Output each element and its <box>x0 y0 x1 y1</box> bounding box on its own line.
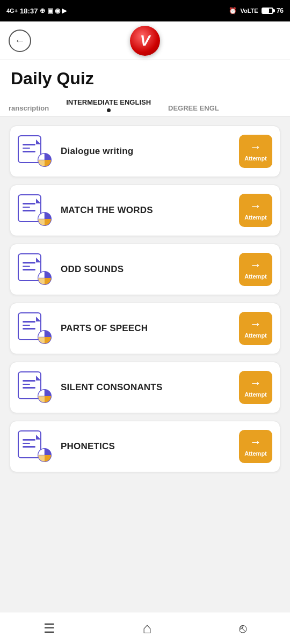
attempt-button-dialogue[interactable]: → Attempt <box>239 135 272 168</box>
attempt-label-phonetics: Attempt <box>244 450 267 457</box>
quiz-card-odd: ODD SOUNDS → Attempt <box>10 244 280 295</box>
arrow-icon-odd: → <box>250 259 262 271</box>
quiz-icon-silent <box>18 371 52 404</box>
battery-level: 76 <box>277 7 284 14</box>
pie-chart-icon <box>37 389 52 404</box>
quiz-icon-parts <box>18 312 52 345</box>
pie-chart-icon <box>37 448 52 463</box>
attempt-button-phonetics[interactable]: → Attempt <box>239 430 272 463</box>
arrow-icon-phonetics: → <box>250 436 262 448</box>
home-button[interactable]: ⌂ <box>143 620 152 637</box>
bottom-nav: ☰ ⌂ ⎋ <box>0 612 290 644</box>
attempt-label-parts: Attempt <box>244 332 267 339</box>
quiz-list: Dialogue writing → Attempt <box>0 117 290 612</box>
quiz-icon-dialogue <box>18 135 52 167</box>
tab-degree[interactable]: DEGREE ENGL <box>160 101 228 116</box>
arrow-icon-dialogue: → <box>250 141 262 153</box>
quiz-icon-phonetics <box>18 430 52 463</box>
attempt-label-silent: Attempt <box>244 391 267 398</box>
page-title: Daily Quiz <box>11 69 279 89</box>
signal-icon: 4G+ <box>6 8 18 14</box>
app-header: ← V <box>0 21 290 60</box>
attempt-label-dialogue: Attempt <box>244 155 267 162</box>
battery-icon <box>262 8 273 14</box>
pie-chart-icon <box>37 152 52 167</box>
arrow-icon-parts: → <box>250 318 262 330</box>
attempt-button-silent[interactable]: → Attempt <box>239 371 272 404</box>
page-title-section: Daily Quiz <box>0 60 290 93</box>
attempt-button-match[interactable]: → Attempt <box>239 194 272 227</box>
quiz-label-silent: SILENT CONSONANTS <box>61 382 230 393</box>
quiz-card-match: MATCH THE WORDS → Attempt <box>10 185 280 236</box>
quiz-card-parts: PARTS OF SPEECH → Attempt <box>10 303 280 354</box>
pie-chart-icon <box>37 330 52 345</box>
quiz-label-phonetics: PHONETICS <box>61 441 230 452</box>
network-type: VoLTE <box>240 8 258 14</box>
pie-chart-icon <box>37 270 52 286</box>
quiz-label-parts: PARTS OF SPEECH <box>61 323 230 334</box>
status-left: 4G+ 18:37 ⊕ ▣ ◉ ▶ <box>6 7 67 15</box>
pie-chart-icon <box>37 211 52 226</box>
attempt-button-odd[interactable]: → Attempt <box>239 253 272 286</box>
extra-icons: ⊕ ▣ ◉ ▶ <box>40 7 67 14</box>
quiz-icon-odd <box>18 253 52 286</box>
alarm-icon: ⏰ <box>229 7 237 14</box>
quiz-label-dialogue: Dialogue writing <box>61 146 230 157</box>
app-logo: V <box>130 26 160 56</box>
quiz-card-dialogue: Dialogue writing → Attempt <box>10 126 280 177</box>
tab-degree-label: DEGREE ENGL <box>168 104 219 112</box>
tab-transcription[interactable]: ranscription <box>0 101 57 116</box>
attempt-label-match: Attempt <box>244 214 267 221</box>
back-nav-button[interactable]: ⎋ <box>239 621 247 636</box>
status-bar: 4G+ 18:37 ⊕ ▣ ◉ ▶ ⏰ VoLTE 76 <box>0 0 290 21</box>
quiz-label-match: MATCH THE WORDS <box>61 205 230 216</box>
quiz-icon-match <box>18 194 52 226</box>
quiz-card-phonetics: PHONETICS → Attempt <box>10 421 280 472</box>
tab-intermediate[interactable]: INTERMEDIATE ENGLISH <box>57 95 160 116</box>
tabs-bar: ranscription INTERMEDIATE ENGLISH DEGREE… <box>0 93 290 117</box>
back-button[interactable]: ← <box>9 30 31 52</box>
quiz-card-silent: SILENT CONSONANTS → Attempt <box>10 362 280 413</box>
time-display: 18:37 <box>20 7 38 15</box>
status-right: ⏰ VoLTE 76 <box>229 7 284 14</box>
attempt-button-parts[interactable]: → Attempt <box>239 312 272 345</box>
tab-transcription-label: ranscription <box>9 104 49 112</box>
arrow-icon-silent: → <box>250 377 262 389</box>
tab-intermediate-label: INTERMEDIATE ENGLISH <box>66 98 151 106</box>
menu-button[interactable]: ☰ <box>44 621 55 636</box>
quiz-label-odd: ODD SOUNDS <box>61 264 230 275</box>
arrow-icon-match: → <box>250 200 262 212</box>
attempt-label-odd: Attempt <box>244 273 267 280</box>
